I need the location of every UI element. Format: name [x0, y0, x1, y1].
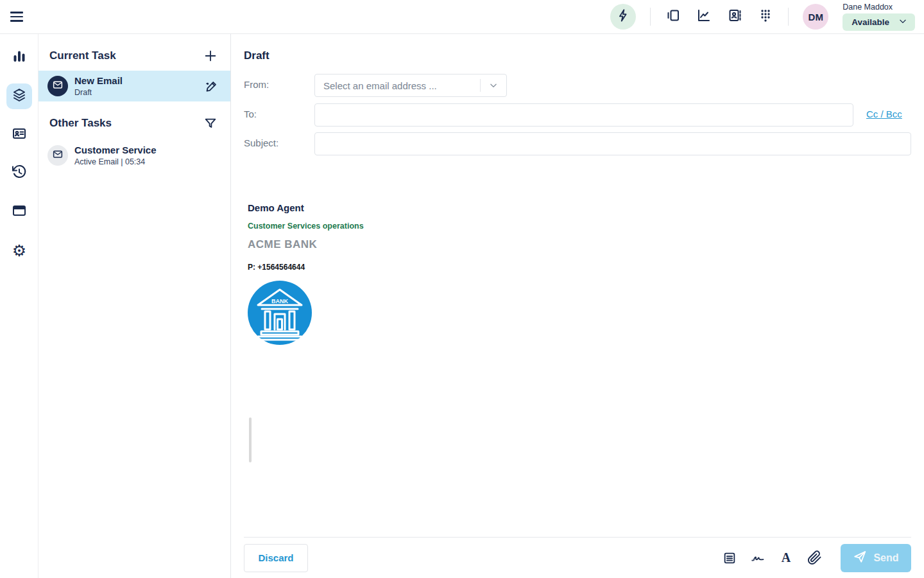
history-clock-icon — [12, 164, 27, 182]
directory-button[interactable] — [726, 8, 743, 25]
line-chart-icon — [696, 8, 712, 26]
from-select[interactable]: Select an email address ... — [314, 74, 507, 97]
paper-plane-icon — [853, 550, 867, 566]
from-placeholder: Select an email address ... — [315, 80, 480, 91]
lightning-icon — [616, 8, 630, 25]
status-label: Available — [851, 17, 889, 27]
email-task-avatar — [47, 76, 68, 96]
user-name: Dane Maddox — [843, 3, 915, 12]
to-input[interactable] — [314, 103, 853, 127]
email-task-avatar — [47, 145, 68, 166]
svg-text:A: A — [782, 550, 791, 565]
status-dropdown[interactable]: Available — [843, 13, 915, 31]
send-button[interactable]: Send — [841, 544, 911, 572]
dialpad-button[interactable] — [757, 8, 774, 25]
task-item-new-email[interactable]: New Email Draft — [38, 71, 230, 101]
task-title: New Email — [74, 75, 203, 86]
contact-card-icon — [12, 126, 27, 144]
agent-assist-button[interactable] — [610, 4, 636, 30]
nav-settings[interactable]: ⚙ — [6, 238, 32, 263]
add-task-button[interactable] — [202, 48, 219, 64]
to-label: To: — [244, 109, 257, 119]
top-bar: DM Dane Maddox Available — [0, 0, 924, 34]
menu-icon[interactable] — [10, 8, 28, 26]
gear-icon: ⚙ — [12, 243, 26, 259]
signature-phone: P: +1564564644 — [248, 263, 364, 272]
nav-analytics[interactable] — [6, 45, 32, 71]
discard-button[interactable]: Discard — [244, 544, 308, 572]
canned-response-icon[interactable] — [721, 550, 738, 566]
scrollbar-thumb[interactable] — [249, 417, 252, 462]
bank-logo-label: BANK — [271, 298, 288, 304]
edit-pencil-icon[interactable] — [203, 78, 220, 94]
signature-company: ACME BANK — [248, 238, 364, 251]
email-signature: Demo Agent Customer Services operations … — [248, 202, 364, 349]
subject-label: Subject: — [244, 137, 278, 148]
signature-department: Customer Services operations — [248, 222, 364, 231]
envelope-icon — [52, 148, 64, 162]
nav-apps-window[interactable] — [6, 199, 32, 225]
email-compose-area: Draft From: Select an email address ... … — [231, 34, 924, 578]
user-avatar[interactable]: DM — [803, 4, 828, 30]
task-panel: Current Task New Email Draft Other Task — [38, 34, 231, 578]
panels-icon — [665, 8, 681, 26]
chevron-down-icon — [898, 17, 907, 28]
send-label: Send — [873, 552, 898, 564]
bank-logo: BANK — [246, 279, 364, 349]
interactions-button[interactable] — [665, 8, 681, 25]
layers-icon — [12, 87, 27, 105]
task-title: Customer Service — [74, 144, 220, 155]
current-task-header: Current Task — [49, 49, 116, 62]
signature-icon[interactable] — [749, 550, 766, 566]
filter-icon[interactable] — [202, 115, 219, 132]
email-body-editor[interactable]: Demo Agent Customer Services operations … — [244, 162, 911, 536]
task-subtitle: Active Email | 05:34 — [74, 157, 220, 166]
browser-window-icon — [12, 203, 27, 221]
font-format-icon[interactable]: A — [778, 550, 794, 566]
contact-book-icon — [727, 8, 742, 26]
cc-bcc-link[interactable]: Cc / Bcc — [866, 109, 902, 119]
topbar-divider — [650, 8, 651, 26]
attachment-paperclip-icon[interactable] — [806, 550, 823, 566]
task-item-customer-service[interactable]: Customer Service Active Email | 05:34 — [38, 139, 230, 171]
other-tasks-header: Other Tasks — [49, 117, 112, 130]
subject-input[interactable] — [314, 132, 911, 155]
compose-title: Draft — [244, 49, 270, 62]
envelope-icon — [52, 79, 64, 93]
performance-button[interactable] — [696, 8, 712, 25]
compose-footer: Discard A — [244, 537, 911, 578]
from-label: From: — [244, 79, 269, 90]
task-subtitle: Draft — [74, 88, 203, 97]
chevron-down-icon — [481, 81, 506, 90]
nav-tasks[interactable] — [6, 83, 32, 109]
nav-contacts[interactable] — [6, 122, 32, 148]
bar-chart-icon — [12, 49, 27, 67]
nav-history[interactable] — [6, 161, 32, 186]
left-navigation-rail: ⚙ — [0, 34, 38, 578]
topbar-divider — [788, 8, 789, 26]
signature-name: Demo Agent — [248, 202, 364, 213]
dialpad-icon — [758, 8, 773, 26]
